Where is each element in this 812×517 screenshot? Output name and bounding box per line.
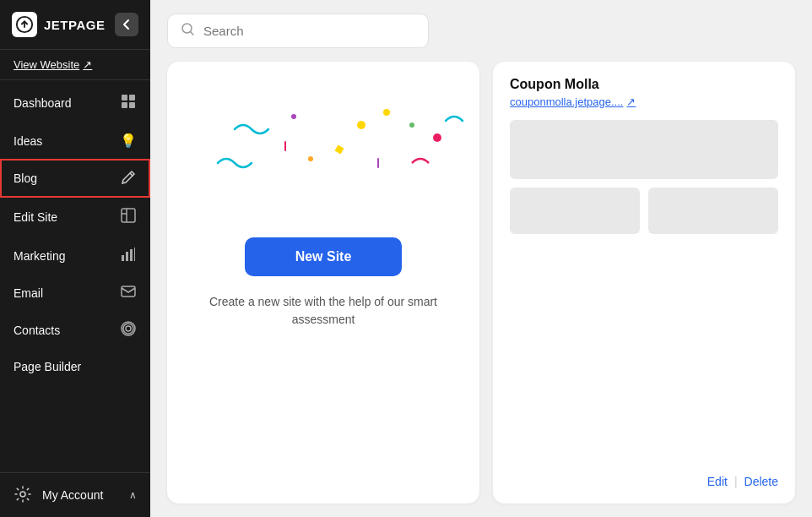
search-input[interactable] <box>203 24 389 38</box>
svg-rect-2 <box>129 95 135 101</box>
site-card-title: Coupon Molla <box>510 77 778 92</box>
logo-icon <box>12 12 37 37</box>
sidebar-item-blog[interactable]: Blog <box>0 159 150 198</box>
new-site-card: New Site Create a new site with the help… <box>167 62 479 503</box>
preview-block-left <box>510 188 640 234</box>
external-link-icon: ↗ <box>626 95 636 108</box>
svg-rect-12 <box>122 286 135 297</box>
svg-rect-9 <box>126 252 128 261</box>
edit-site-icon <box>120 208 137 226</box>
sidebar-item-email[interactable]: Email <box>0 275 150 311</box>
svg-rect-10 <box>130 249 133 261</box>
svg-point-16 <box>20 492 25 497</box>
sidebar-item-marketing[interactable]: Marketing <box>0 237 150 275</box>
sidebar-header: JETPAGE <box>0 0 150 50</box>
delete-link[interactable]: Delete <box>744 475 778 488</box>
sidebar-item-ideas[interactable]: Ideas 💡 <box>0 122 150 159</box>
sidebar-item-contacts[interactable]: Contacts <box>0 311 150 350</box>
coupon-molla-card: Coupon Molla couponmolla.jetpage.... ↗ E… <box>493 62 795 503</box>
preview-block-right <box>648 188 778 234</box>
ideas-icon: 💡 <box>120 133 137 149</box>
svg-rect-5 <box>122 209 135 222</box>
main-content: New Site Create a new site with the help… <box>150 0 812 517</box>
svg-point-24 <box>409 122 414 128</box>
svg-rect-20 <box>335 145 344 155</box>
svg-rect-3 <box>122 102 127 108</box>
edit-link[interactable]: Edit <box>707 475 728 488</box>
account-label: My Account <box>42 488 103 502</box>
svg-rect-4 <box>129 102 135 108</box>
action-separator: | <box>734 475 738 488</box>
chevron-up-icon: ∧ <box>129 489 137 501</box>
new-site-description: Create a new site with the help of our s… <box>187 293 459 329</box>
search-icon <box>181 23 195 39</box>
sidebar-item-page-builder[interactable]: Page Builder <box>0 350 150 384</box>
account-section[interactable]: My Account ∧ <box>0 472 150 517</box>
svg-point-14 <box>126 326 131 331</box>
svg-rect-11 <box>134 248 135 261</box>
sidebar: JETPAGE View Website ↗ Dashboard <box>0 0 150 517</box>
sidebar-item-edit-site[interactable]: Edit Site <box>0 198 150 237</box>
back-button[interactable] <box>115 13 138 36</box>
site-card-actions: Edit | Delete <box>510 475 778 488</box>
cards-row: New Site Create a new site with the help… <box>167 62 795 503</box>
contacts-icon <box>120 321 137 340</box>
view-website-link[interactable]: View Website ↗ <box>0 50 150 80</box>
svg-point-15 <box>123 324 133 334</box>
svg-point-19 <box>383 109 390 116</box>
svg-point-18 <box>357 121 365 129</box>
svg-point-22 <box>291 114 296 119</box>
new-site-button[interactable]: New Site <box>245 237 403 276</box>
nav-items: Dashboard Ideas 💡 Blog <box>0 80 150 472</box>
blog-icon <box>120 169 137 188</box>
sidebar-item-dashboard[interactable]: Dashboard <box>0 84 150 122</box>
svg-point-21 <box>433 133 441 142</box>
svg-point-23 <box>308 156 313 161</box>
preview-row <box>510 188 778 234</box>
svg-rect-1 <box>122 95 127 101</box>
site-preview <box>510 120 778 465</box>
search-bar[interactable] <box>167 14 429 48</box>
marketing-icon <box>120 247 137 265</box>
site-card-url[interactable]: couponmolla.jetpage.... ↗ <box>510 95 778 108</box>
logo-area: JETPAGE <box>12 12 105 37</box>
logo-text: JETPAGE <box>44 18 105 32</box>
confetti-area <box>167 79 479 231</box>
email-icon <box>120 286 137 301</box>
svg-rect-8 <box>122 255 124 261</box>
dashboard-icon <box>120 94 137 112</box>
external-link-icon: ↗ <box>83 58 92 71</box>
preview-block-full <box>510 120 778 179</box>
account-gear-icon <box>14 485 34 505</box>
